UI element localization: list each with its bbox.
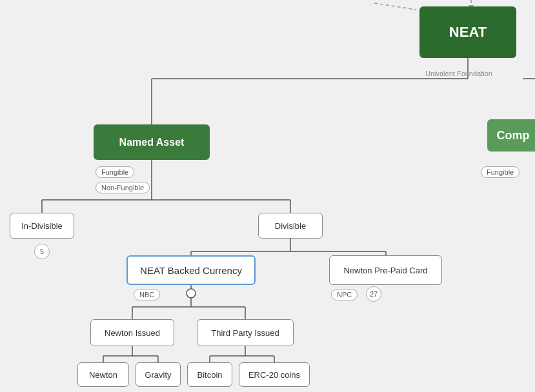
comp-node[interactable]: Comp <box>487 119 535 152</box>
fungible-badge: Fungible <box>96 166 134 178</box>
neat-backed-label: NEAT Backed Currency <box>140 265 242 276</box>
newton-prepaid-label: Newton Pre-Paid Card <box>343 266 427 275</box>
named-asset-label: Named Asset <box>119 137 185 148</box>
svg-point-15 <box>187 289 196 298</box>
comp-label: Comp <box>497 129 530 142</box>
newton-node: Newton <box>77 362 129 387</box>
newton-issued-node: Newton Issued <box>90 319 174 346</box>
npc-count: 27 <box>366 286 381 302</box>
nbc-badge: NBC <box>134 289 160 300</box>
gravity-label: Gravity <box>145 370 171 380</box>
divisible-node: Divisible <box>258 213 323 239</box>
npc-badge: NPC <box>331 289 358 300</box>
divisible-label: Divisible <box>275 221 306 231</box>
in-divisible-count: 5 <box>34 244 50 259</box>
newton-issued-label: Newton Issued <box>105 328 160 338</box>
bitcoin-node: Bitcoin <box>187 362 232 387</box>
third-party-label: Third Party Issued <box>211 328 279 338</box>
newton-prepaid-node: Newton Pre-Paid Card <box>329 255 442 285</box>
bitcoin-label: Bitcoin <box>197 370 222 380</box>
neat-backed-node[interactable]: NEAT Backed Currency <box>126 255 256 285</box>
npc-num: 27 <box>370 290 378 298</box>
third-party-node: Third Party Issued <box>197 319 294 346</box>
nbc-label: NBC <box>139 291 154 299</box>
neat-node[interactable]: NEAT <box>419 6 516 58</box>
fungible-right-badge: Fungible <box>481 166 520 178</box>
non-fungible-label: Non-Fungible <box>101 184 144 191</box>
named-asset-node[interactable]: Named Asset <box>94 124 210 160</box>
npc-label: NPC <box>337 291 352 299</box>
univalent-foundation-label: Univalent Foundation <box>425 70 492 77</box>
in-divisible-label: In-Divisible <box>21 221 63 231</box>
canvas: Univalent Foundation NEAT Comp Named Ass… <box>0 0 535 392</box>
fungible-right-label: Fungible <box>487 168 514 176</box>
svg-line-0 <box>374 3 416 10</box>
in-div-num: 5 <box>40 248 44 255</box>
newton-label: Newton <box>89 370 117 380</box>
in-divisible-node: In-Divisible <box>10 213 74 239</box>
erc20-label: ERC-20 coins <box>248 370 300 380</box>
neat-label: NEAT <box>449 24 487 41</box>
erc20-node: ERC-20 coins <box>239 362 310 387</box>
gravity-node: Gravity <box>136 362 181 387</box>
non-fungible-badge: Non-Fungible <box>96 182 150 193</box>
fungible-label: Fungible <box>101 168 128 176</box>
